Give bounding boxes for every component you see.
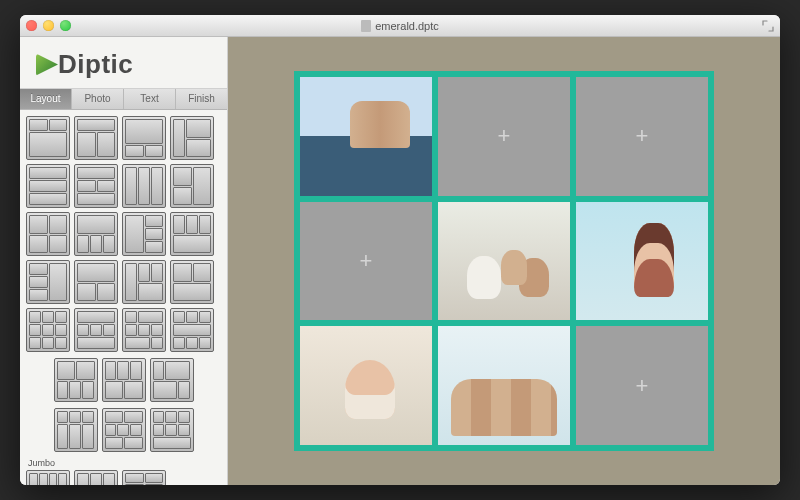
- app-name: Diptic: [58, 49, 133, 80]
- app-window: emerald.dptc Diptic Layout Photo Text Fi…: [20, 15, 780, 485]
- collage-slot-6[interactable]: +: [300, 326, 432, 445]
- tab-layout-label: Layout: [30, 93, 60, 104]
- layout-thumbnail-grid-2: [26, 358, 221, 402]
- tab-text[interactable]: Text: [124, 89, 176, 109]
- add-photo-icon: +: [360, 250, 373, 272]
- add-photo-icon: +: [636, 125, 649, 147]
- collage-slot-7[interactable]: +: [438, 326, 570, 445]
- layout-thumbnail[interactable]: [150, 358, 194, 402]
- fullscreen-icon[interactable]: [762, 20, 774, 32]
- layout-thumbnail[interactable]: [150, 408, 194, 452]
- photo-thumbnail: [438, 202, 570, 321]
- layout-thumbnail[interactable]: [26, 308, 70, 352]
- layout-thumbnail[interactable]: [26, 470, 70, 485]
- minimize-window-button[interactable]: [43, 20, 54, 31]
- app-logo: Diptic: [20, 37, 227, 88]
- layout-thumbnail[interactable]: [122, 470, 166, 485]
- layout-thumbnail[interactable]: [102, 358, 146, 402]
- collage-slot-3[interactable]: +: [300, 202, 432, 321]
- add-photo-icon: +: [498, 125, 511, 147]
- layout-thumbnail-grid-jumbo: [26, 470, 221, 485]
- layout-thumbnail[interactable]: [170, 308, 214, 352]
- add-photo-icon: +: [636, 375, 649, 397]
- collage-slot-4[interactable]: +: [438, 202, 570, 321]
- layout-thumbnail[interactable]: [74, 308, 118, 352]
- tab-finish[interactable]: Finish: [176, 89, 227, 109]
- layout-thumbnail[interactable]: [54, 358, 98, 402]
- logo-mark-icon: [36, 54, 58, 76]
- photo-thumbnail: [438, 326, 570, 445]
- layout-thumbnail[interactable]: [102, 408, 146, 452]
- layout-thumbnail[interactable]: [74, 116, 118, 160]
- layout-thumbnail[interactable]: [122, 308, 166, 352]
- window-controls: [26, 20, 71, 31]
- canvas-workspace: + + + + + + + + +: [228, 37, 780, 485]
- photo-thumbnail: [576, 202, 708, 321]
- layout-thumbnail[interactable]: [170, 116, 214, 160]
- layout-thumbnail[interactable]: [170, 212, 214, 256]
- layout-thumbnail[interactable]: [122, 116, 166, 160]
- photo-thumbnail: [300, 77, 432, 196]
- collage-slot-1[interactable]: +: [438, 77, 570, 196]
- tab-layout[interactable]: Layout: [20, 89, 72, 109]
- layout-thumbnail[interactable]: [26, 164, 70, 208]
- layout-thumbnail[interactable]: [26, 116, 70, 160]
- tab-text-label: Text: [140, 93, 158, 104]
- layout-thumbnail[interactable]: [122, 260, 166, 304]
- collage-grid: + + + + + + + + +: [294, 71, 714, 451]
- layout-thumbnail[interactable]: [74, 212, 118, 256]
- layout-thumbnail-grid: [26, 116, 221, 352]
- window-title-text: emerald.dptc: [375, 20, 439, 32]
- tab-photo-label: Photo: [84, 93, 110, 104]
- collage-slot-0[interactable]: +: [300, 77, 432, 196]
- tab-finish-label: Finish: [188, 93, 215, 104]
- layout-thumbnail[interactable]: [122, 212, 166, 256]
- collage-slot-5[interactable]: +: [576, 202, 708, 321]
- layout-thumbnail[interactable]: [74, 260, 118, 304]
- layout-thumbnail[interactable]: [170, 164, 214, 208]
- layout-thumbnail-grid-3: [26, 408, 221, 452]
- layout-thumbnail[interactable]: [26, 260, 70, 304]
- sidebar-tabs: Layout Photo Text Finish: [20, 88, 227, 110]
- collage-slot-8[interactable]: +: [576, 326, 708, 445]
- titlebar: emerald.dptc: [20, 15, 780, 37]
- layout-thumbnail[interactable]: [74, 470, 118, 485]
- layout-thumbnail[interactable]: [54, 408, 98, 452]
- photo-thumbnail: [300, 326, 432, 445]
- layout-thumbnail[interactable]: [170, 260, 214, 304]
- sidebar: Diptic Layout Photo Text Finish: [20, 37, 228, 485]
- collage-slot-2[interactable]: +: [576, 77, 708, 196]
- layout-picker-scroll[interactable]: Jumbo: [20, 110, 227, 485]
- window-title: emerald.dptc: [20, 20, 780, 32]
- tab-photo[interactable]: Photo: [72, 89, 124, 109]
- layout-thumbnail[interactable]: [122, 164, 166, 208]
- sidebar-section-label-jumbo: Jumbo: [28, 458, 221, 468]
- zoom-window-button[interactable]: [60, 20, 71, 31]
- close-window-button[interactable]: [26, 20, 37, 31]
- layout-thumbnail[interactable]: [26, 212, 70, 256]
- layout-thumbnail[interactable]: [74, 164, 118, 208]
- document-icon: [361, 20, 371, 32]
